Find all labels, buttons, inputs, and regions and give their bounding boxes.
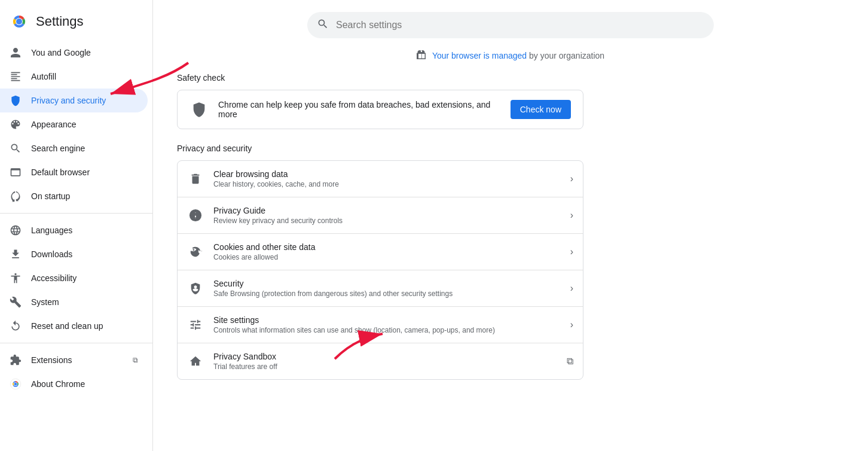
- sidebar-label-languages: Languages: [31, 226, 138, 235]
- extensions-external-icon: ⧉: [133, 356, 138, 364]
- privacy-guide-content: Privacy Guide Review key privacy and sec…: [213, 206, 561, 225]
- main-content: Your browser is managed by your organiza…: [153, 0, 868, 451]
- sidebar-label-about-chrome: About Chrome: [31, 379, 138, 389]
- autofill-icon: [10, 71, 22, 83]
- safety-check-section-title: Safety check: [177, 73, 844, 83]
- search-input[interactable]: [336, 20, 704, 31]
- privacy-item-privacy-sandbox[interactable]: Privacy Sandbox Trial features are off ⧉: [178, 343, 583, 379]
- security-title: Security: [213, 279, 561, 288]
- sidebar-label-downloads: Downloads: [31, 249, 138, 259]
- sidebar-item-extensions[interactable]: Extensions ⧉: [0, 348, 148, 372]
- sidebar-item-accessibility[interactable]: Accessibility: [0, 266, 148, 290]
- appearance-icon: [10, 118, 22, 130]
- search-icon: [317, 18, 329, 32]
- sidebar-label-privacy-and-security: Privacy and security: [31, 96, 138, 105]
- sidebar-label-autofill: Autofill: [31, 72, 138, 81]
- download-icon: [10, 248, 22, 260]
- sidebar-label-accessibility: Accessibility: [31, 273, 138, 283]
- security-subtitle: Safe Browsing (protection from dangerous…: [213, 290, 561, 298]
- privacy-guide-title: Privacy Guide: [213, 206, 561, 215]
- reset-icon: [10, 320, 22, 332]
- search-engine-icon: [10, 142, 22, 154]
- managed-link[interactable]: Your browser is managed: [432, 51, 527, 60]
- site-settings-subtitle: Controls what information sites can use …: [213, 326, 561, 334]
- sidebar-item-you-and-google[interactable]: You and Google: [0, 41, 148, 65]
- system-icon: [10, 296, 22, 308]
- security-icon: [187, 280, 204, 297]
- privacy-guide-subtitle: Review key privacy and security controls: [213, 217, 561, 225]
- privacy-sandbox-content: Privacy Sandbox Trial features are off: [213, 352, 557, 371]
- sidebar-label-extensions: Extensions: [31, 355, 123, 365]
- search-bar: [307, 12, 714, 38]
- privacy-sandbox-title: Privacy Sandbox: [213, 352, 557, 361]
- privacy-security-card: Clear browsing data Clear history, cooki…: [177, 160, 583, 380]
- privacy-sandbox-subtitle: Trial features are off: [213, 362, 557, 371]
- cookies-title: Cookies and other site data: [213, 242, 561, 252]
- sidebar-label-system: System: [31, 297, 138, 307]
- privacy-sandbox-icon: [187, 353, 204, 370]
- safety-shield-icon: [190, 100, 209, 119]
- privacy-item-privacy-guide[interactable]: Privacy Guide Review key privacy and sec…: [178, 197, 583, 234]
- site-settings-content: Site settings Controls what information …: [213, 315, 561, 334]
- about-icon: [10, 378, 22, 390]
- sidebar-item-search-engine[interactable]: Search engine: [0, 136, 148, 160]
- privacy-security-section-title: Privacy and security: [177, 144, 844, 153]
- cookies-subtitle: Cookies are allowed: [213, 253, 561, 261]
- managed-text: Your browser is managed by your organiza…: [432, 51, 604, 60]
- sidebar-label-default-browser: Default browser: [31, 167, 138, 177]
- sidebar-item-about-chrome[interactable]: About Chrome: [0, 372, 148, 396]
- person-icon: [10, 47, 22, 59]
- svg-point-2: [16, 19, 22, 25]
- svg-point-11: [195, 253, 197, 255]
- sidebar-item-privacy-and-security[interactable]: Privacy and security: [0, 89, 148, 112]
- sidebar-item-system[interactable]: System: [0, 290, 148, 314]
- sidebar-label-you-and-google: You and Google: [31, 48, 138, 57]
- site-settings-icon: [187, 316, 204, 333]
- svg-point-8: [195, 217, 196, 218]
- sidebar: Settings You and Google Autofill Privacy…: [0, 0, 153, 451]
- privacy-item-clear-browsing-data[interactable]: Clear browsing data Clear history, cooki…: [178, 161, 583, 197]
- globe-icon: [10, 224, 22, 236]
- chrome-logo-icon: [10, 12, 29, 31]
- privacy-sandbox-external-icon: ⧉: [567, 356, 573, 367]
- trash-icon: [187, 170, 204, 187]
- cookies-content: Cookies and other site data Cookies are …: [213, 242, 561, 261]
- sidebar-item-downloads[interactable]: Downloads: [0, 242, 148, 266]
- sidebar-item-on-startup[interactable]: On startup: [0, 184, 148, 208]
- managed-banner: Your browser is managed by your organiza…: [177, 50, 844, 61]
- sidebar-item-autofill[interactable]: Autofill: [0, 65, 148, 89]
- security-content: Security Safe Browsing (protection from …: [213, 279, 561, 298]
- site-settings-title: Site settings: [213, 315, 561, 325]
- cookies-icon: [187, 243, 204, 260]
- sidebar-item-languages[interactable]: Languages: [0, 218, 148, 242]
- sidebar-item-appearance[interactable]: Appearance: [0, 112, 148, 136]
- clear-browsing-data-arrow: ›: [570, 173, 573, 184]
- privacy-item-cookies[interactable]: Cookies and other site data Cookies are …: [178, 234, 583, 270]
- safety-check-description: Chrome can help keep you safe from data …: [218, 100, 501, 119]
- clear-browsing-data-title: Clear browsing data: [213, 169, 561, 179]
- svg-point-10: [192, 252, 194, 254]
- sidebar-header: Settings: [0, 5, 152, 41]
- clear-browsing-data-content: Clear browsing data Clear history, cooki…: [213, 169, 561, 188]
- privacy-item-site-settings[interactable]: Site settings Controls what information …: [178, 307, 583, 343]
- privacy-item-security[interactable]: Security Safe Browsing (protection from …: [178, 270, 583, 307]
- svg-point-9: [192, 249, 194, 251]
- startup-icon: [10, 190, 22, 202]
- privacy-guide-icon: [187, 207, 204, 224]
- app-title: Settings: [36, 14, 84, 29]
- cookies-arrow: ›: [570, 246, 573, 257]
- sidebar-divider-2: [0, 343, 152, 343]
- sidebar-label-search-engine: Search engine: [31, 144, 138, 153]
- site-settings-arrow: ›: [570, 319, 573, 330]
- sidebar-label-reset-and-clean-up: Reset and clean up: [31, 321, 138, 331]
- managed-text-after: by your organization: [529, 51, 604, 60]
- check-now-button[interactable]: Check now: [511, 100, 571, 119]
- clear-browsing-data-subtitle: Clear history, cookies, cache, and more: [213, 180, 561, 188]
- managed-icon: [417, 50, 427, 61]
- shield-icon: [10, 95, 22, 106]
- default-browser-icon: [10, 166, 22, 178]
- sidebar-item-reset-and-clean-up[interactable]: Reset and clean up: [0, 314, 148, 338]
- sidebar-item-default-browser[interactable]: Default browser: [0, 160, 148, 184]
- extensions-icon: [10, 354, 22, 366]
- sidebar-label-appearance: Appearance: [31, 120, 138, 129]
